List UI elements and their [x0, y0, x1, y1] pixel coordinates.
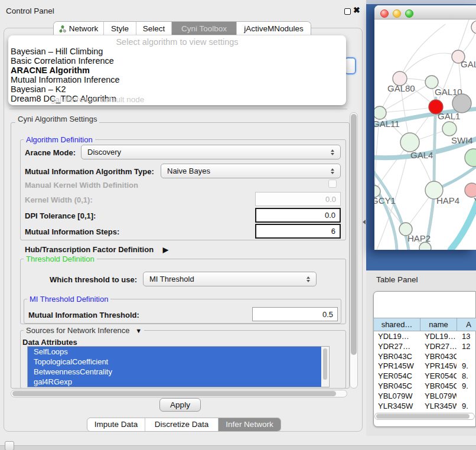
control-panel-tabbar: Network Style Select Cyni Toolbox jActiv…	[53, 21, 311, 35]
tab-network[interactable]: Network	[54, 22, 103, 35]
table-cell: YER054C	[420, 371, 457, 381]
algorithm-option[interactable]: ARACNE Algorithm	[8, 66, 346, 75]
stepper-arrows-icon	[328, 149, 337, 155]
float-window-icon[interactable]	[344, 8, 351, 15]
attribute-item[interactable]: gal4RGexp	[28, 377, 321, 387]
table-toolbar: ⚙ ✓✓	[373, 292, 476, 318]
attribute-item[interactable]: BetweennessCentrality	[28, 367, 321, 377]
data-attributes-label: Data Attributes	[22, 338, 77, 347]
table-cell: YBR045C	[374, 381, 420, 392]
attribute-item[interactable]: SelfLoops	[28, 347, 321, 357]
manual-kernel-checkbox	[328, 180, 337, 188]
settings-horizontal-scrollbar[interactable]	[11, 390, 347, 397]
threshold-definition-title: Threshold Definition	[24, 255, 97, 263]
dpi-tolerance-field[interactable]: 0.0	[255, 208, 341, 223]
aracne-mode-label: Aracne Mode:	[25, 148, 76, 157]
algorithm-option[interactable]: Bayesian – Hill Climbing	[8, 47, 346, 56]
tab-select[interactable]: Select	[136, 22, 171, 35]
table-row[interactable]: YBR045CYBR045C9.	[374, 381, 475, 392]
network-node-label: GCY1	[374, 195, 396, 206]
network-node[interactable]	[465, 149, 476, 167]
tab-impute-data[interactable]: Impute Data	[87, 418, 145, 431]
table-row[interactable]: YLR345WYLR345W9.	[374, 402, 475, 412]
column-header-partial[interactable]: A	[457, 318, 476, 331]
mi-threshold-field[interactable]: 0.5	[252, 307, 338, 321]
algorithm-option[interactable]: Basic Correlation Inference	[8, 56, 346, 66]
table-cell: YBL079W	[420, 392, 457, 402]
network-edge	[400, 53, 458, 79]
network-node[interactable]	[452, 94, 471, 113]
table-row[interactable]: YDR27…YDR27…12	[374, 342, 475, 352]
table-cell: 9.	[457, 361, 475, 371]
aracne-mode-combobox[interactable]: Discovery	[81, 145, 341, 159]
tab-style[interactable]: Style	[103, 22, 136, 35]
algorithm-combobox-focused-edge[interactable]	[344, 57, 356, 74]
corner-button[interactable]	[5, 441, 14, 450]
attributes-scrollbar-thumb[interactable]	[323, 348, 327, 380]
which-threshold-label: Which threshold to use:	[50, 275, 137, 284]
close-icon[interactable]: ✖	[353, 5, 360, 15]
table-panel-title: Table Panel	[376, 275, 418, 284]
table-cell: 9	[457, 411, 475, 412]
attribute-item[interactable]: TopologicalCoefficient	[28, 357, 321, 367]
zoom-traffic-light[interactable]	[405, 9, 413, 18]
settings-vertical-thumb[interactable]	[351, 114, 357, 355]
network-node-label: GAL1	[438, 111, 460, 121]
network-node-label: SWI4	[451, 135, 473, 145]
table-row[interactable]: YIL052CYIL052C9	[374, 411, 475, 412]
hub-definition-label: Hub/Transcription Factor Definition	[25, 245, 154, 254]
network-node[interactable]	[374, 106, 386, 119]
table-row[interactable]: YBL079WYBL079W	[374, 392, 475, 402]
data-attributes-list[interactable]: SelfLoopsTopologicalCoefficientBetweenne…	[27, 346, 330, 387]
table-cell: 12	[457, 342, 475, 352]
desktop-top-strip	[366, 0, 476, 4]
kernel-width-label: Kernel Width (0,1):	[25, 195, 93, 204]
tab-cyni-toolbox-label: Cyni Toolbox	[181, 22, 227, 35]
cyni-settings-title: Cyni Algorithm Settings	[15, 115, 99, 123]
table-row[interactable]: YBR043CYBR043C	[374, 352, 475, 362]
minimize-traffic-light[interactable]	[393, 9, 401, 18]
network-node[interactable]	[442, 122, 457, 136]
table-cell: 9.	[457, 402, 475, 412]
network-edge	[374, 166, 409, 250]
network-node[interactable]	[471, 21, 476, 34]
tab-jactivemnodules[interactable]: jActiveMNodules	[236, 22, 311, 35]
splitpane-handle-icon[interactable]	[363, 220, 366, 224]
table-row[interactable]: YER054CYER054C8.	[374, 371, 475, 381]
table-cell: YBL079W	[374, 392, 420, 402]
which-threshold-combobox[interactable]: MI Threshold	[143, 272, 317, 286]
expand-right-icon[interactable]: ▶	[163, 246, 168, 254]
table-horizontal-scrollbar[interactable]	[374, 413, 475, 420]
table-horizontal-thumb[interactable]	[376, 414, 470, 419]
bottom-band	[0, 445, 476, 450]
mi-algorithm-type-combobox[interactable]: Naive Bayes	[161, 164, 341, 178]
network-canvas[interactable]: GAL7GAL80GAL10GAL1GAL11SWI4GAL4GCY1HAP4Y…	[374, 19, 476, 250]
control-panel-title: Control Panel	[6, 6, 54, 15]
table-row[interactable]: YDL19…YDL19…13	[374, 332, 475, 342]
column-header-shared-name[interactable]: shared…	[373, 318, 420, 331]
column-header-name[interactable]: name	[420, 318, 457, 331]
sources-title-toggle[interactable]: Sources for Network Inference ▼	[24, 326, 144, 335]
table-cell	[457, 352, 475, 362]
network-node-label: GAL7	[461, 59, 476, 69]
tab-discretize-data[interactable]: Discretize Data	[145, 418, 218, 431]
table-cell: YIL052C	[420, 411, 457, 412]
network-icon	[59, 25, 66, 32]
network-window-titlebar[interactable]	[374, 5, 476, 19]
attributes-scrollbar[interactable]	[322, 347, 328, 387]
tab-infer-network[interactable]: Infer Network	[218, 418, 281, 431]
collapse-down-icon[interactable]: ▼	[135, 327, 142, 334]
settings-horizontal-thumb[interactable]	[12, 391, 336, 396]
mi-steps-field[interactable]: 6	[255, 224, 341, 239]
hub-definition-toggle[interactable]: Hub/Transcription Factor Definition ▶	[25, 245, 168, 254]
network-node[interactable]	[419, 242, 431, 250]
apply-button[interactable]: Apply	[159, 398, 201, 412]
network-window: GAL7GAL80GAL10GAL1GAL11SWI4GAL4GCY1HAP4Y…	[374, 5, 476, 250]
settings-vertical-scrollbar[interactable]	[350, 112, 358, 389]
table-row[interactable]: YPR145WYPR145W9.	[374, 361, 475, 371]
close-traffic-light[interactable]	[380, 9, 389, 18]
algorithm-option[interactable]: Bayesian – K2	[8, 84, 346, 94]
tab-cyni-toolbox[interactable]: Cyni Toolbox	[171, 22, 236, 35]
algorithm-option[interactable]: Mutual Information Inference	[8, 75, 346, 84]
network-node[interactable]	[400, 133, 419, 152]
